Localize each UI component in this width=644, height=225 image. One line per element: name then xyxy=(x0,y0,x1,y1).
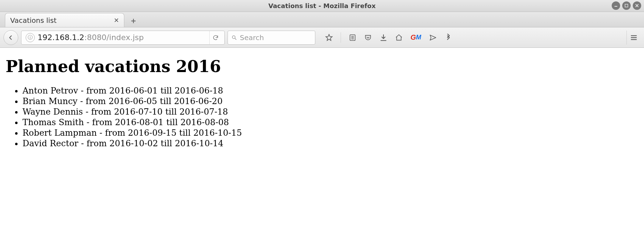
list-item: Wayne Dennis - from 2016-07-10 till 2016… xyxy=(22,107,638,117)
url-path: :8080/index.jsp xyxy=(84,33,144,42)
svg-line-5 xyxy=(235,38,236,40)
search-icon xyxy=(231,35,237,40)
search-field[interactable]: Search xyxy=(228,31,315,45)
list-item: Brian Muncy - from 2016-06-05 till 2016-… xyxy=(22,96,638,106)
window-title-bar: Vacations list - Mozilla Firefox xyxy=(0,0,644,12)
window-close-button[interactable] xyxy=(633,1,641,10)
tab-strip: Vacations list ✕ ＋ xyxy=(0,12,644,27)
send-icon[interactable] xyxy=(429,34,437,41)
url-field[interactable]: ⓘ 192.168.1.2 :8080/index.jsp xyxy=(21,31,225,45)
navigation-toolbar: ⓘ 192.168.1.2 :8080/index.jsp Search xyxy=(0,27,644,48)
window-minimize-button[interactable] xyxy=(612,1,620,10)
new-tab-button[interactable]: ＋ xyxy=(128,16,139,27)
vacations-list: Anton Petrov - from 2016-06-01 till 2016… xyxy=(22,86,638,148)
window-maximize-button[interactable] xyxy=(622,1,631,10)
url-host: 192.168.1.2 xyxy=(38,33,84,42)
bookmark-star-icon[interactable] xyxy=(325,34,333,41)
tab-label: Vacations list xyxy=(10,16,57,25)
downloads-icon[interactable] xyxy=(380,34,387,41)
home-icon[interactable] xyxy=(395,34,403,41)
back-button[interactable] xyxy=(4,30,18,45)
overflow-icon[interactable] xyxy=(445,34,452,41)
gm-extension-icon[interactable]: GM xyxy=(410,33,421,41)
site-info-icon[interactable]: ⓘ xyxy=(26,33,35,42)
pocket-icon[interactable] xyxy=(364,34,372,41)
window-title: Vacations list - Mozilla Firefox xyxy=(0,2,644,9)
list-item: Anton Petrov - from 2016-06-01 till 2016… xyxy=(22,86,638,96)
page-heading: Planned vacations 2016 xyxy=(6,57,638,76)
list-item: David Rector - from 2016-10-02 till 2016… xyxy=(22,139,638,148)
svg-point-4 xyxy=(232,36,235,38)
tab-vacations-list[interactable]: Vacations list ✕ xyxy=(5,13,124,27)
tab-close-icon[interactable]: ✕ xyxy=(114,17,119,24)
list-item: Robert Lampman - from 2016-09-15 till 20… xyxy=(22,128,638,138)
page-content: Planned vacations 2016 Anton Petrov - fr… xyxy=(0,48,644,225)
hamburger-menu-button[interactable] xyxy=(626,31,640,45)
search-placeholder: Search xyxy=(240,33,264,42)
reading-list-icon[interactable] xyxy=(349,34,356,41)
svg-rect-1 xyxy=(625,4,628,7)
reload-button[interactable] xyxy=(209,31,222,44)
list-item: Thomas Smith - from 2016-08-01 till 2016… xyxy=(22,117,638,127)
